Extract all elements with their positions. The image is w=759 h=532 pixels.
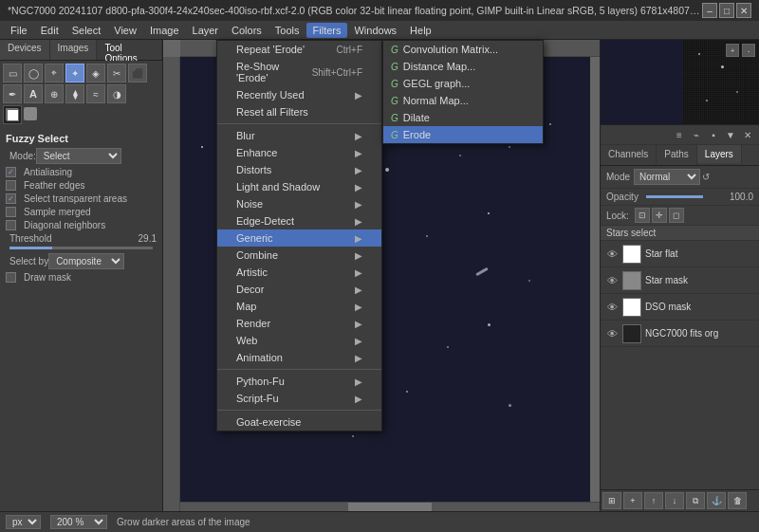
raise-layer-btn[interactable]: ↑ [644, 492, 663, 509]
delete-layer-btn[interactable]: 🗑 [728, 492, 747, 509]
submenu-item-gegl-graph...[interactable]: GGEGL graph... [383, 75, 543, 92]
tab-channels[interactable]: Channels [601, 145, 657, 165]
menu-item-colors[interactable]: Colors [225, 23, 268, 38]
zoom-select[interactable]: 200 % [50, 515, 107, 529]
submenu-item-convolution-matrix...[interactable]: GConvolution Matrix... [383, 41, 543, 58]
tab-paths[interactable]: Paths [657, 145, 697, 165]
submenu-item-distance-map...[interactable]: GDistance Map... [383, 58, 543, 75]
menu-item-help[interactable]: Help [403, 23, 438, 38]
tool-btn-smudge[interactable]: ≈ [86, 84, 105, 103]
menu-item-file[interactable]: File [4, 23, 34, 38]
tool-btn-ellipse[interactable]: ◯ [24, 64, 43, 83]
submenu-item-dilate[interactable]: GDilate [383, 109, 543, 126]
tool-btn-scissors[interactable]: ✂ [107, 64, 126, 83]
menu-item-tools[interactable]: Tools [268, 23, 306, 38]
layers-icon[interactable]: ▪ [706, 127, 721, 142]
tool-btn-paths[interactable]: ✒ [3, 84, 22, 103]
mode-select[interactable]: Normal [634, 169, 700, 185]
filter-item-combine[interactable]: Combine▶ [217, 247, 381, 264]
tool-btn-dodge[interactable]: ◑ [107, 84, 126, 103]
submenu-item-normal-map...[interactable]: GNormal Map... [383, 92, 543, 109]
filter-item-re-show-'erode'[interactable]: Re-Show 'Erode'Shift+Ctrl+F [217, 58, 381, 86]
feather-checkbox[interactable] [6, 180, 16, 191]
filter-item-python-fu[interactable]: Python-Fu▶ [217, 373, 381, 390]
filter-item-decor[interactable]: Decor▶ [217, 281, 381, 298]
submenu-item-erode[interactable]: GErode [383, 126, 543, 143]
menu-item-edit[interactable]: Edit [34, 23, 65, 38]
filter-item-artistic[interactable]: Artistic▶ [217, 264, 381, 281]
layer-row-starflat[interactable]: 👁 Star flat [601, 241, 759, 267]
tool-btn-free-select[interactable]: ⌖ [45, 64, 64, 83]
panel-menu-icon[interactable]: ▼ [723, 127, 738, 142]
menu-item-filters[interactable]: Filters [306, 23, 348, 38]
tool-btn-clone[interactable]: ⧫ [65, 84, 84, 103]
filter-item-generic[interactable]: Generic▶ [217, 229, 381, 247]
zoom-in-icon[interactable]: + [726, 44, 739, 57]
lock-pixels-btn[interactable]: ⊡ [635, 208, 650, 223]
layer-row-ngc7000[interactable]: 👁 NGC7000 fits org [601, 321, 759, 347]
eye-icon[interactable]: 👁 [604, 274, 620, 287]
panel-close-icon[interactable]: ✕ [740, 127, 755, 142]
tool-btn-rectangle[interactable]: ▭ [3, 64, 22, 83]
menu-item-select[interactable]: Select [65, 23, 108, 38]
filter-item-blur[interactable]: Blur▶ [217, 127, 381, 144]
mode-select[interactable]: Select [36, 148, 121, 164]
antialiasing-checkbox[interactable] [6, 167, 16, 177]
threshold-slider[interactable] [9, 247, 153, 249]
transparent-checkbox[interactable] [6, 193, 16, 204]
filter-item-goat-exercise[interactable]: Goat-exercise [217, 413, 381, 431]
tool-btn-fg[interactable]: ⬛ [128, 64, 147, 83]
tool-tab-2[interactable]: Tool Options [97, 40, 162, 60]
filter-item-reset-all-filters[interactable]: Reset all Filters [217, 103, 381, 120]
menu-item-image[interactable]: Image [143, 23, 186, 38]
layer-row-dsomask[interactable]: 👁 DSO mask [601, 294, 759, 321]
filter-item-script-fu[interactable]: Script-Fu▶ [217, 390, 381, 407]
maximize-button[interactable]: □ [719, 3, 734, 18]
filter-item-repeat-'erode'[interactable]: Repeat 'Erode'Ctrl+F [217, 41, 381, 58]
tool-btn-fuzzy[interactable]: ✦ [65, 64, 84, 83]
lower-layer-btn[interactable]: ↓ [665, 492, 684, 509]
tool-btn-text[interactable]: A [24, 84, 43, 103]
opacity-slider[interactable] [646, 195, 703, 198]
filter-item-noise[interactable]: Noise▶ [217, 195, 381, 212]
filter-item-animation[interactable]: Animation▶ [217, 349, 381, 366]
sample-merged-checkbox[interactable] [6, 207, 16, 217]
tool-tab-0[interactable]: Devices [0, 40, 50, 60]
menu-item-windows[interactable]: Windows [347, 23, 403, 38]
tool-btn-color-select[interactable]: ◈ [86, 64, 105, 83]
channels-icon[interactable]: ≡ [672, 127, 687, 142]
filter-item-light-and-shadow[interactable]: Light and Shadow▶ [217, 178, 381, 195]
eye-icon[interactable]: 👁 [604, 327, 620, 340]
filter-item-edge-detect[interactable]: Edge-Detect▶ [217, 212, 381, 229]
filter-item-enhance[interactable]: Enhance▶ [217, 144, 381, 161]
filter-item-web[interactable]: Web▶ [217, 332, 381, 349]
filter-item-recently-used[interactable]: Recently Used▶ [217, 86, 381, 103]
tab-layers[interactable]: Layers [697, 145, 742, 165]
scrollbar-horizontal[interactable] [180, 502, 600, 511]
layer-row-starmask[interactable]: 👁 Star mask [601, 267, 759, 294]
tool-btn-heal[interactable]: ⊕ [45, 84, 64, 103]
eye-icon[interactable]: 👁 [604, 301, 620, 314]
tool-tab-1[interactable]: Images [50, 40, 98, 60]
filter-item-render[interactable]: Render▶ [217, 315, 381, 332]
mode-arrow[interactable]: ↺ [702, 172, 710, 182]
select-by-select[interactable]: Composite [48, 253, 124, 269]
draw-mask-checkbox[interactable] [6, 272, 16, 283]
eye-icon[interactable]: 👁 [604, 248, 620, 261]
filter-item-distorts[interactable]: Distorts▶ [217, 161, 381, 178]
unit-select[interactable]: px [6, 515, 41, 529]
lock-position-btn[interactable]: ✛ [652, 208, 667, 223]
zoom-out-icon[interactable]: - [742, 44, 755, 57]
diagonal-checkbox[interactable] [6, 220, 16, 230]
minimize-button[interactable]: – [702, 3, 717, 18]
close-button[interactable]: ✕ [736, 3, 751, 18]
new-group-btn[interactable]: ⊞ [602, 492, 621, 509]
lock-alpha-btn[interactable]: ◻ [669, 208, 684, 223]
menu-item-view[interactable]: View [107, 23, 143, 38]
duplicate-layer-btn[interactable]: ⧉ [686, 492, 705, 509]
new-layer-btn[interactable]: + [623, 492, 642, 509]
paths-icon[interactable]: ⌁ [689, 127, 704, 142]
filter-item-map[interactable]: Map▶ [217, 298, 381, 315]
menu-item-layer[interactable]: Layer [186, 23, 226, 38]
anchor-layer-btn[interactable]: ⚓ [707, 492, 726, 509]
